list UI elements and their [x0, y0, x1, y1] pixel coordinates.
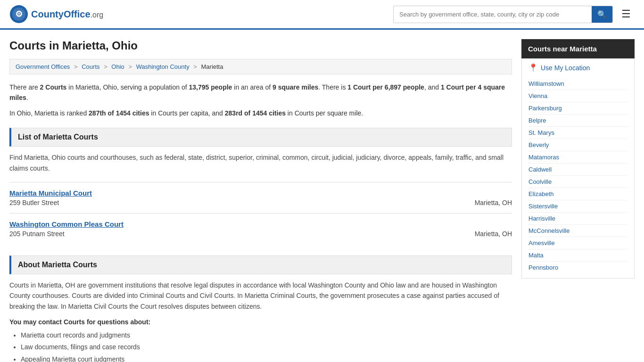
court-item-2: Washington Common Pleas Court 205 Putnam…	[9, 213, 512, 244]
rank1: 287th of 1454 cities	[89, 109, 149, 117]
header-right: 🔍 ☰	[393, 6, 635, 23]
search-button[interactable]: 🔍	[592, 6, 612, 23]
menu-button[interactable]: ☰	[618, 6, 635, 22]
use-location-label: Use My Location	[541, 64, 590, 72]
svg-text:⚙: ⚙	[15, 9, 23, 19]
rank2: 283rd of 1454 cities	[225, 109, 286, 117]
header: ⚙ CountyOffice.org 🔍 ☰	[0, 0, 644, 30]
sidebar-link-williamstown[interactable]: Williamstown	[528, 78, 627, 90]
sidebar-link-beverly[interactable]: Beverly	[528, 139, 627, 151]
sidebar-link-vienna[interactable]: Vienna	[528, 90, 627, 102]
court-link-1[interactable]: Marietta Municipal Court	[9, 189, 92, 197]
bullet-list: Marietta court records and judgments Law…	[9, 329, 512, 362]
list-section-header: List of Marietta Courts	[9, 128, 512, 147]
content: Courts in Marietta, Ohio Government Offi…	[9, 39, 512, 362]
pin-icon: 📍	[528, 63, 538, 72]
bullet-item-3: Appealing Marietta court judgments	[21, 354, 512, 362]
sidebar-link-elizabeth[interactable]: Elizabeth	[528, 188, 627, 200]
bullet-item-1: Marietta court records and judgments	[21, 329, 512, 341]
search-input[interactable]	[394, 7, 592, 22]
court-address-2: 205 Putnam Street	[9, 230, 65, 238]
court-address-1: 259 Butler Street	[9, 199, 59, 206]
court-city-1: Marietta, OH	[475, 199, 512, 206]
court-count: 2 Courts	[40, 83, 67, 91]
sidebar-link-parkersburg[interactable]: Parkersburg	[528, 102, 627, 115]
sidebar-link-malta[interactable]: Malta	[528, 249, 627, 262]
about-section-header: About Marietta Courts	[9, 255, 512, 274]
bullet-item-2: Law documents, filings and case records	[21, 341, 512, 353]
court-name-1: Marietta Municipal Court	[9, 189, 512, 197]
breadcrumb-ohio[interactable]: Ohio	[111, 63, 124, 70]
court-item-1: Marietta Municipal Court 259 Butler Stre…	[9, 182, 512, 213]
court-name-2: Washington Common Pleas Court	[9, 220, 512, 228]
breadcrumb-sep-4: >	[193, 63, 197, 70]
use-my-location-button[interactable]: 📍 Use My Location	[528, 63, 627, 72]
search-bar: 🔍	[393, 6, 613, 23]
sidebar-link-coolville[interactable]: Coolville	[528, 176, 627, 188]
sidebar-link-pennsboro[interactable]: Pennsboro	[528, 262, 627, 273]
sidebar-content: 📍 Use My Location Williamstown Vienna Pa…	[521, 58, 635, 279]
breadcrumb-sep-3: >	[128, 63, 132, 70]
about-text: Courts in Marietta, OH are government in…	[9, 280, 512, 312]
page-title: Courts in Marietta, Ohio	[9, 39, 512, 52]
sidebar-link-harrisville[interactable]: Harrisville	[528, 213, 627, 225]
court-link-2[interactable]: Washington Common Pleas Court	[9, 220, 124, 228]
sidebar-link-sistersville[interactable]: Sistersville	[528, 200, 627, 213]
breadcrumb-courts[interactable]: Courts	[82, 63, 99, 70]
ranking-text: In Ohio, Marietta is ranked 287th of 145…	[9, 108, 512, 118]
sidebar-link-caldwell[interactable]: Caldwell	[528, 164, 627, 176]
sidebar-link-mcconnelsville[interactable]: McConnelsville	[528, 225, 627, 237]
court-details-1: 259 Butler Street Marietta, OH	[9, 199, 512, 206]
area-stat: 9 square miles	[272, 83, 318, 91]
main-layout: Courts in Marietta, Ohio Government Offi…	[0, 30, 644, 362]
search-icon: 🔍	[597, 10, 607, 18]
breadcrumb-marietta: Marietta	[201, 63, 223, 70]
sidebar: Courts near Marietta 📍 Use My Location W…	[521, 39, 635, 362]
sidebar-title: Courts near Marietta	[521, 39, 635, 58]
sidebar-link-matamoras[interactable]: Matamoras	[528, 151, 627, 164]
per-people-stat: 1 Court per 6,897 people	[347, 83, 424, 91]
breadcrumb-washington-county[interactable]: Washington County	[136, 63, 190, 70]
logo-area: ⚙ CountyOffice.org	[9, 5, 103, 24]
court-city-2: Marietta, OH	[475, 230, 512, 238]
court-description: Find Marietta, Ohio courts and courthous…	[9, 152, 512, 173]
population-stat: 13,795 people	[189, 83, 232, 91]
sidebar-link-amesville[interactable]: Amesville	[528, 237, 627, 249]
breadcrumb: Government Offices > Courts > Ohio > Was…	[9, 59, 512, 74]
breadcrumb-sep-1: >	[74, 63, 78, 70]
sidebar-link-belpre[interactable]: Belpre	[528, 115, 627, 127]
hamburger-icon: ☰	[621, 8, 631, 20]
logo-text: CountyOffice.org	[31, 9, 103, 20]
sidebar-link-stmarys[interactable]: St. Marys	[528, 127, 627, 139]
court-details-2: 205 Putnam Street Marietta, OH	[9, 230, 512, 238]
about-section: About Marietta Courts Courts in Marietta…	[9, 255, 512, 362]
stats-text: There are 2 Courts in Marietta, Ohio, se…	[9, 82, 512, 103]
breadcrumb-gov-offices[interactable]: Government Offices	[16, 63, 70, 70]
breadcrumb-sep-2: >	[104, 63, 107, 70]
contact-label: You may contact Courts for questions abo…	[9, 318, 512, 326]
logo-icon: ⚙	[9, 5, 28, 24]
